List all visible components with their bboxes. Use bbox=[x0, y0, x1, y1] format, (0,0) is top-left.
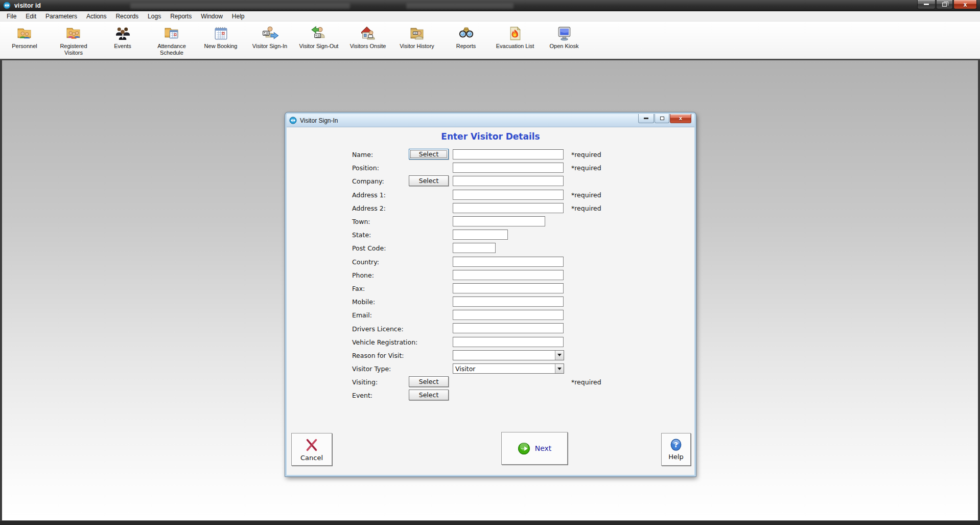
text-input[interactable] bbox=[453, 283, 564, 293]
required-indicator: *required bbox=[571, 151, 601, 158]
menu-item-records[interactable]: Records bbox=[111, 12, 143, 21]
registered-visitors-icon bbox=[65, 25, 82, 42]
toolbar-button-evacuation-list[interactable]: Evacuation List bbox=[491, 25, 540, 50]
next-label: Next bbox=[535, 444, 552, 452]
dialog-logo-icon bbox=[289, 117, 297, 124]
visitor-sign-out-icon bbox=[311, 25, 328, 42]
select-button[interactable]: Select bbox=[409, 390, 449, 400]
menu-item-reports[interactable]: Reports bbox=[166, 12, 196, 21]
dialog-restore-button[interactable] bbox=[655, 114, 669, 123]
toolbar-button-open-kiosk[interactable]: Open Kiosk bbox=[540, 25, 589, 50]
toolbar-button-attendance-schedule[interactable]: Attendance Schedule bbox=[147, 25, 196, 56]
field-label: Address 1: bbox=[352, 191, 386, 198]
toolbar-button-personnel[interactable]: Personnel bbox=[0, 25, 49, 50]
select-button[interactable]: Select bbox=[409, 175, 449, 186]
menu-item-logs[interactable]: Logs bbox=[143, 12, 166, 21]
toolbar-button-label: Reports bbox=[456, 43, 476, 50]
toolbar-button-registered-visitors[interactable]: Registered Visitors bbox=[49, 25, 98, 56]
field-label: Name: bbox=[352, 151, 373, 158]
chevron-down-icon[interactable] bbox=[555, 351, 564, 360]
text-input[interactable] bbox=[453, 337, 564, 347]
text-input[interactable] bbox=[453, 190, 564, 200]
attendance-schedule-icon bbox=[164, 25, 180, 42]
dropdown[interactable]: Visitor bbox=[453, 363, 564, 374]
text-input[interactable] bbox=[453, 323, 564, 333]
dialog-titlebar[interactable]: Visitor Sign-In x bbox=[287, 114, 694, 127]
field-label: Visitor Type: bbox=[352, 365, 391, 373]
form-row-post-code: Post Code: bbox=[287, 241, 694, 255]
toolbar-button-visitor-sign-in[interactable]: Visitor Sign-In bbox=[245, 25, 294, 50]
form-row-state: State: bbox=[287, 228, 694, 241]
window-edge-right bbox=[978, 60, 980, 520]
dialog-title: Visitor Sign-In bbox=[300, 117, 338, 124]
field-label: Visiting: bbox=[352, 378, 378, 386]
text-input[interactable] bbox=[453, 203, 564, 213]
toolbar-button-visitors-onsite[interactable]: Visitors Onsite bbox=[343, 25, 392, 50]
field-label: Drivers Licence: bbox=[352, 325, 404, 332]
menu-item-edit[interactable]: Edit bbox=[21, 12, 41, 21]
field-label: Address 2: bbox=[352, 204, 386, 212]
form-row-email: Email: bbox=[287, 308, 694, 322]
text-input[interactable] bbox=[453, 176, 564, 186]
text-input[interactable] bbox=[453, 230, 508, 240]
text-input[interactable] bbox=[453, 149, 564, 159]
form-row-position: Position:*required bbox=[287, 161, 694, 174]
toolbar-button-new-booking[interactable]: New Booking bbox=[196, 25, 245, 50]
close-button[interactable]: x bbox=[953, 0, 977, 9]
field-label: Reason for Visit: bbox=[352, 351, 404, 359]
application-window: visitor id x FileEditParametersActionsRe… bbox=[0, 0, 980, 525]
text-input[interactable] bbox=[453, 310, 564, 320]
help-button[interactable]: ? Help bbox=[661, 433, 691, 466]
restore-icon bbox=[942, 3, 947, 7]
toolbar-button-reports[interactable]: Reports bbox=[441, 25, 491, 50]
menu-item-window[interactable]: Window bbox=[196, 12, 227, 21]
required-indicator: *required bbox=[571, 164, 601, 172]
cancel-label: Cancel bbox=[300, 454, 323, 462]
minimize-icon bbox=[924, 4, 929, 5]
new-booking-icon bbox=[213, 25, 229, 42]
minimize-icon bbox=[644, 118, 648, 119]
toolbar: PersonnelRegistered VisitorsEventsAttend… bbox=[0, 21, 980, 59]
chevron-down-icon[interactable] bbox=[555, 364, 564, 373]
select-button[interactable]: Select bbox=[409, 376, 449, 387]
toolbar-button-events[interactable]: Events bbox=[98, 25, 147, 50]
help-question-icon: ? bbox=[669, 438, 683, 451]
minimize-button[interactable] bbox=[917, 0, 936, 9]
form-row-vehicle-registration: Vehicle Registration: bbox=[287, 335, 694, 349]
menu-item-parameters[interactable]: Parameters bbox=[41, 12, 82, 21]
evacuation-list-icon bbox=[507, 25, 524, 42]
required-indicator: *required bbox=[571, 191, 601, 198]
select-button[interactable]: Select bbox=[409, 149, 449, 159]
form-row-address-1: Address 1:*required bbox=[287, 188, 694, 201]
toolbar-button-visitor-sign-out[interactable]: Visitor Sign-Out bbox=[294, 25, 343, 50]
app-logo-icon bbox=[3, 2, 11, 9]
form-row-drivers-licence: Drivers Licence: bbox=[287, 322, 694, 335]
next-arrow-icon bbox=[518, 442, 530, 455]
cancel-button[interactable]: Cancel bbox=[291, 433, 332, 466]
dialog-minimize-button[interactable] bbox=[638, 114, 654, 123]
toolbar-button-label: Attendance Schedule bbox=[149, 43, 194, 56]
dialog-window-controls: x bbox=[638, 114, 691, 123]
menu-item-help[interactable]: Help bbox=[227, 12, 249, 21]
text-input[interactable] bbox=[453, 243, 496, 253]
text-input[interactable] bbox=[453, 296, 564, 307]
toolbar-button-label: Events bbox=[114, 43, 131, 50]
field-label: Fax: bbox=[352, 284, 365, 292]
menu-item-actions[interactable]: Actions bbox=[82, 12, 111, 21]
text-input[interactable] bbox=[453, 163, 564, 173]
next-button[interactable]: Next bbox=[501, 432, 568, 465]
text-input[interactable] bbox=[453, 216, 545, 226]
form-row-event: Event:Select bbox=[287, 389, 694, 402]
window-title: visitor id bbox=[14, 2, 41, 9]
text-input[interactable] bbox=[453, 270, 564, 280]
form-row-name: Name:Select*required bbox=[287, 148, 694, 161]
dialog-close-button[interactable]: x bbox=[670, 114, 691, 123]
dropdown[interactable] bbox=[453, 350, 564, 360]
field-label: State: bbox=[352, 231, 371, 239]
toolbar-button-label: Evacuation List bbox=[496, 43, 534, 50]
toolbar-button-visitor-history[interactable]: Visitor History bbox=[392, 25, 441, 50]
menu-item-file[interactable]: File bbox=[2, 12, 21, 21]
text-input[interactable] bbox=[453, 257, 564, 267]
form-row-fax: Fax: bbox=[287, 282, 694, 295]
restore-button[interactable] bbox=[936, 0, 953, 9]
